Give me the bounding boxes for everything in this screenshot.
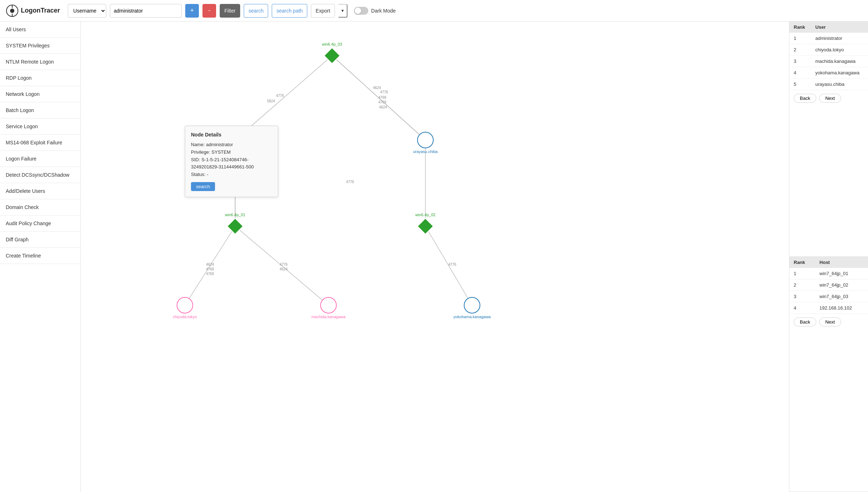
rank-cell: 3 <box>789 291 815 302</box>
svg-point-42 <box>464 297 480 313</box>
host-cell: win7_64jp_01 <box>815 268 868 279</box>
sidebar-item-network-logon[interactable]: Network Logon <box>0 86 80 102</box>
user-cell: chiyoda.tokyo <box>811 44 868 56</box>
table-row: 2chiyoda.tokyo <box>789 44 868 56</box>
graph-area[interactable]: 4776582446244776476847694624477646244768… <box>81 22 789 492</box>
remove-filter-button[interactable]: - <box>202 4 216 18</box>
users-next-button[interactable]: Next <box>819 94 841 103</box>
node-details-status: Status: - <box>191 171 272 178</box>
node-details-title: Node Details <box>191 132 272 138</box>
graph-svg: 4776582446244776476847694624477646244768… <box>81 22 789 492</box>
sidebar-item-detect-dcssync-dcshadow[interactable]: Detect DCSsync/DCShadow <box>0 167 80 183</box>
export-dropdown-button[interactable]: ▾ <box>339 4 347 18</box>
users-rank-panel: Rank User 1administrator2chiyoda.tokyo3m… <box>789 22 868 257</box>
svg-text:4769: 4769 <box>378 100 387 104</box>
svg-text:4768: 4768 <box>378 96 387 99</box>
sidebar-item-batch-logon[interactable]: Batch Logon <box>0 102 80 119</box>
filter-button[interactable]: Filter <box>220 4 240 18</box>
search-input[interactable] <box>110 4 182 18</box>
header: LogonTracer Username Hostname + - Filter… <box>0 0 868 22</box>
sidebar-item-all-users[interactable]: All Users <box>0 22 80 38</box>
table-row: 1administrator <box>789 33 868 44</box>
search-path-button[interactable]: search path <box>272 4 307 18</box>
rank-cell: 5 <box>789 79 811 90</box>
svg-text:4776: 4776 <box>380 90 388 94</box>
rank-cell: 1 <box>789 33 811 44</box>
svg-text:4624: 4624 <box>373 86 381 90</box>
sidebar-item-ms14-068-exploit-failure[interactable]: MS14-068 Exploit Failure <box>0 135 80 151</box>
graph-node-urayasu[interactable]: urayasu.chiba <box>413 132 438 154</box>
dark-mode-toggle[interactable] <box>354 7 368 15</box>
filter-type-select[interactable]: Username Hostname <box>68 4 106 18</box>
sidebar-item-audit-policy-change[interactable]: Audit Policy Change <box>0 215 80 232</box>
graph-node-machida[interactable]: machida.kanagawa <box>312 297 346 319</box>
sidebar-item-add-delete-users[interactable]: Add/Delete Users <box>0 183 80 199</box>
hosts-panel-footer: Back Next <box>789 314 868 330</box>
svg-text:4624: 4624 <box>379 105 387 109</box>
svg-text:win6.4p_01: win6.4p_01 <box>225 213 245 217</box>
user-cell: urayasu.chiba <box>811 79 868 90</box>
sidebar-item-logon-failure[interactable]: Logon Failure <box>0 151 80 167</box>
node-details-privilege: Privilege: SYSTEM <box>191 149 272 156</box>
table-row: 3win7_64jp_03 <box>789 291 868 302</box>
node-search-button[interactable]: search <box>191 182 215 191</box>
svg-text:chiyoda.tokyo: chiyoda.tokyo <box>173 315 197 319</box>
svg-marker-27 <box>324 48 340 64</box>
sidebar: All UsersSYSTEM PrivilegesNTLM Remote Lo… <box>0 22 81 492</box>
graph-node-win03[interactable]: win6.4p_03 <box>322 42 342 64</box>
add-filter-button[interactable]: + <box>185 4 199 18</box>
sidebar-item-system-privileges[interactable]: SYSTEM Privileges <box>0 38 80 54</box>
user-cell: machida.kanagawa <box>811 56 868 67</box>
svg-point-32 <box>417 132 433 148</box>
table-row: 4192.168.16.102 <box>789 302 868 314</box>
users-panel-footer: Back Next <box>789 90 868 106</box>
table-row: 4yokohama.kanagawa <box>789 67 868 79</box>
hosts-host-header: Host <box>815 257 868 268</box>
svg-text:machida.kanagawa: machida.kanagawa <box>312 315 346 319</box>
svg-text:5824: 5824 <box>267 99 275 103</box>
sidebar-item-ntlm-remote-logon[interactable]: NTLM Remote Logon <box>0 54 80 70</box>
graph-node-yokohama[interactable]: yokohama.kanagawa <box>453 297 491 319</box>
graph-node-win02[interactable]: win6.4p_02 <box>415 213 435 234</box>
graph-node-chiyoda[interactable]: chiyoda.tokyo <box>173 297 197 319</box>
sidebar-item-rdp-logon[interactable]: RDP Logon <box>0 70 80 86</box>
search-button[interactable]: search <box>244 4 268 18</box>
users-rank-header: Rank <box>789 22 811 33</box>
svg-text:4776: 4776 <box>276 94 284 98</box>
table-row: 2win7_64jp_02 <box>789 279 868 291</box>
svg-text:4769: 4769 <box>206 272 214 276</box>
hosts-rank-panel: Rank Host 1win7_64jp_012win7_64jp_023win… <box>789 257 868 492</box>
svg-marker-34 <box>227 218 243 234</box>
host-cell: win7_64jp_03 <box>815 291 868 302</box>
hosts-next-button[interactable]: Next <box>819 317 841 326</box>
host-cell: win7_64jp_02 <box>815 279 868 291</box>
users-back-button[interactable]: Back <box>794 94 816 103</box>
export-button[interactable]: Export <box>311 4 335 18</box>
hosts-back-button[interactable]: Back <box>794 317 816 326</box>
sidebar-item-service-logon[interactable]: Service Logon <box>0 119 80 135</box>
rank-cell: 4 <box>789 67 811 79</box>
rank-cell: 1 <box>789 268 815 279</box>
rank-cell: 4 <box>789 302 815 314</box>
graph-node-win01[interactable]: win6.4p_01 <box>225 213 245 234</box>
sidebar-item-diff-graph[interactable]: Diff Graph <box>0 232 80 248</box>
svg-text:4624: 4624 <box>280 267 288 271</box>
svg-text:win6.4p_03: win6.4p_03 <box>322 42 342 46</box>
users-rank-table: Rank User 1administrator2chiyoda.tokyo3m… <box>789 22 868 90</box>
table-row: 5urayasu.chiba <box>789 79 868 90</box>
svg-text:4776: 4776 <box>346 180 354 184</box>
host-cell: 192.168.16.102 <box>815 302 868 314</box>
node-details-name: Name: administrator <box>191 141 272 149</box>
sidebar-item-domain-check[interactable]: Domain Check <box>0 199 80 215</box>
table-row: 1win7_64jp_01 <box>789 268 868 279</box>
svg-text:4768: 4768 <box>206 267 214 271</box>
svg-marker-36 <box>417 218 433 234</box>
user-cell: yokohama.kanagawa <box>811 67 868 79</box>
sidebar-item-create-timeline[interactable]: Create Timeline <box>0 248 80 264</box>
logo-text: LogonTracer <box>21 7 60 14</box>
user-cell: administrator <box>811 33 868 44</box>
node-details-popup: Node Details Name: administrator Privile… <box>185 126 278 197</box>
rank-cell: 2 <box>789 279 815 291</box>
logo-icon <box>6 4 19 17</box>
hosts-rank-header: Rank <box>789 257 815 268</box>
